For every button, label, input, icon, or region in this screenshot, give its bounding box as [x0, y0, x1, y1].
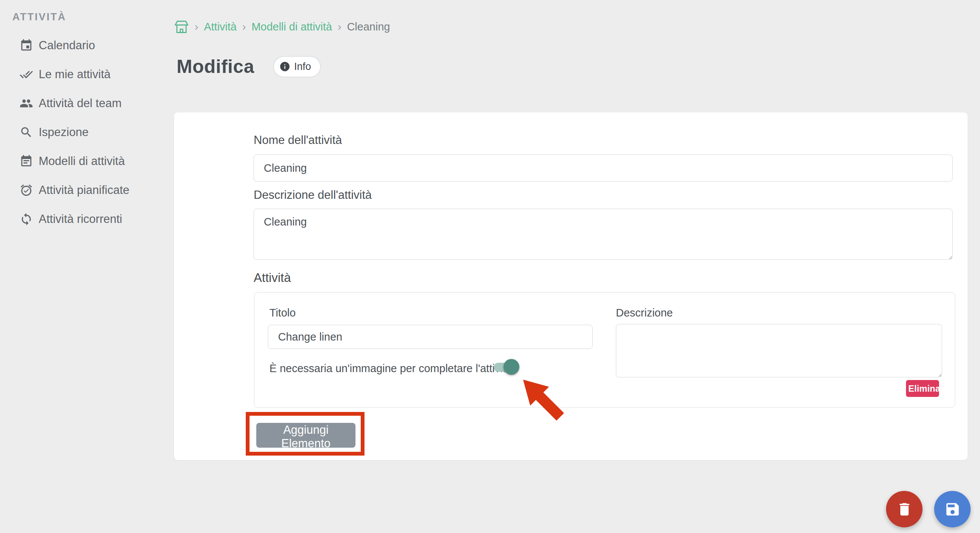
- sidebar-item-modelli-di-attivita[interactable]: Modelli di attività: [0, 146, 169, 175]
- sidebar-item-ispezione[interactable]: Ispezione: [0, 118, 169, 146]
- info-button-label: Info: [294, 61, 311, 73]
- trash-icon: [896, 501, 913, 517]
- breadcrumb-separator: ›: [242, 21, 246, 33]
- breadcrumb-current: Cleaning: [347, 21, 390, 33]
- breadcrumb-separator: ›: [338, 21, 342, 33]
- sidebar-item-label: Le mie attività: [39, 68, 110, 81]
- add-element-button[interactable]: Aggiungi Elemento: [256, 423, 355, 448]
- description-textarea[interactable]: Cleaning: [254, 208, 953, 260]
- breadcrumb-link-modelli[interactable]: Modelli di attività: [251, 21, 332, 33]
- sync-icon: [19, 212, 33, 226]
- activity-item-card: Titolo È necessaria un'immagine per comp…: [254, 292, 955, 408]
- title-row: Modifica Info: [177, 56, 321, 78]
- image-required-toggle[interactable]: [494, 359, 520, 375]
- breadcrumb: › Attività › Modelli di attività › Clean…: [174, 19, 390, 34]
- item-title-label: Titolo: [269, 307, 296, 319]
- sidebar-section-header: ATTIVITÀ: [13, 11, 66, 23]
- sidebar-item-attivita-ricorrenti[interactable]: Attività ricorrenti: [0, 204, 169, 234]
- calendar-event-icon: [19, 39, 33, 52]
- sidebar: ATTIVITÀ Calendario Le mie attività Atti…: [0, 0, 169, 533]
- edit-form-card: Nome dell'attività Descrizione dell'atti…: [174, 112, 967, 460]
- alarm-check-icon: [19, 183, 33, 197]
- sidebar-item-calendario[interactable]: Calendario: [0, 31, 169, 60]
- sidebar-item-attivita-del-team[interactable]: Attività del team: [0, 89, 169, 118]
- item-title-input[interactable]: [268, 325, 593, 349]
- toggle-knob: [504, 359, 519, 375]
- delete-item-button[interactable]: Elimina: [906, 380, 939, 397]
- breadcrumb-link-attivita[interactable]: Attività: [204, 21, 237, 33]
- items-section-heading: Attività: [254, 270, 291, 285]
- team-icon: [19, 97, 33, 110]
- image-required-label: È necessaria un'immagine per completare …: [269, 362, 518, 375]
- sidebar-item-label: Modelli di attività: [39, 154, 125, 168]
- sidebar-nav: Calendario Le mie attività Attività del …: [0, 31, 169, 234]
- item-description-textarea[interactable]: [616, 324, 942, 377]
- fab-delete-button[interactable]: [886, 491, 923, 527]
- item-description-label: Descrizione: [616, 307, 673, 319]
- save-icon: [944, 501, 961, 517]
- calendar-note-icon: [19, 154, 33, 168]
- sidebar-item-label: Attività pianificate: [39, 183, 129, 197]
- description-field-label: Descrizione dell'attività: [254, 188, 372, 202]
- sidebar-item-label: Calendario: [39, 39, 95, 52]
- home-icon[interactable]: [174, 19, 189, 34]
- info-button[interactable]: Info: [273, 56, 321, 78]
- sidebar-item-le-mie-attivita[interactable]: Le mie attività: [0, 60, 169, 89]
- sidebar-item-label: Ispezione: [39, 126, 89, 139]
- fab-save-button[interactable]: [934, 491, 970, 527]
- app-window: ATTIVITÀ Calendario Le mie attività Atti…: [0, 0, 980, 533]
- sidebar-item-attivita-pianificate[interactable]: Attività pianificate: [0, 175, 169, 204]
- sidebar-item-label: Attività del team: [39, 97, 122, 110]
- search-icon: [19, 126, 33, 139]
- breadcrumb-separator: ›: [195, 21, 199, 33]
- info-icon: [279, 61, 291, 72]
- name-input[interactable]: [254, 154, 953, 181]
- name-field-label: Nome dell'attività: [254, 134, 342, 147]
- done-all-icon: [19, 68, 33, 81]
- page-title: Modifica: [177, 56, 255, 78]
- sidebar-item-label: Attività ricorrenti: [39, 212, 122, 226]
